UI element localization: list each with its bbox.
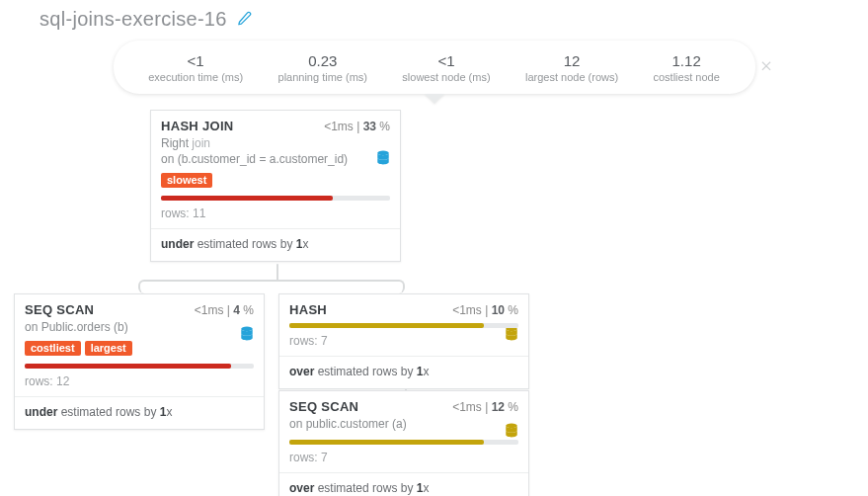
stat-label: slowest node (ms) — [402, 71, 490, 83]
node-name: SEQ SCAN — [289, 399, 358, 414]
page-title-row: sql-joins-exercise-16 — [0, 0, 868, 31]
stat-value: <1 — [148, 52, 243, 69]
node-tags: costliest largest — [25, 341, 254, 356]
stats-bar: <1 execution time (ms) 0.23 planning tim… — [114, 41, 755, 94]
database-icon — [240, 326, 254, 342]
stat-planning-time: 0.23 planning time (ms) — [278, 52, 367, 83]
close-icon[interactable] — [759, 58, 773, 76]
node-metrics: <1ms | 33 % — [324, 120, 390, 133]
progress-bar — [289, 323, 518, 328]
stat-label: execution time (ms) — [148, 71, 243, 83]
database-icon — [505, 326, 518, 342]
stat-value: <1 — [402, 52, 490, 69]
tag-slowest: slowest — [161, 173, 212, 188]
stat-label: costliest node — [654, 71, 720, 83]
node-seq-scan-customer[interactable]: SEQ SCAN <1ms | 12 % on public.customer … — [278, 390, 529, 496]
stat-costliest-node: 1.12 costliest node — [654, 52, 720, 83]
connector-line — [276, 264, 278, 282]
node-tags: slowest — [161, 173, 390, 188]
estimation-text: over estimated rows by 1x — [289, 365, 518, 378]
stat-largest-node: 12 largest node (rows) — [525, 52, 618, 83]
estimation-text: over estimated rows by 1x — [289, 481, 518, 495]
stat-slowest-node: <1 slowest node (ms) — [402, 52, 490, 83]
node-hash-join[interactable]: HASH JOIN <1ms | 33 % Right join on (b.c… — [150, 110, 401, 262]
stat-value: 0.23 — [278, 52, 367, 69]
edit-icon[interactable] — [237, 11, 252, 29]
node-name: SEQ SCAN — [25, 302, 94, 317]
stat-value: 1.12 — [654, 52, 720, 69]
tag-costliest: costliest — [25, 341, 81, 356]
stat-execution-time: <1 execution time (ms) — [148, 52, 243, 83]
progress-bar — [25, 364, 254, 369]
node-name: HASH JOIN — [161, 119, 234, 133]
node-metrics: <1ms | 12 % — [452, 400, 518, 414]
svg-point-0 — [377, 150, 388, 155]
pointer-down-icon — [425, 94, 444, 104]
node-metrics: <1ms | 10 % — [452, 303, 518, 317]
node-seq-scan-orders[interactable]: SEQ SCAN <1ms | 4 % on Public.orders (b)… — [14, 293, 265, 430]
node-name: HASH — [289, 302, 327, 317]
plan-title: sql-joins-exercise-16 — [39, 8, 227, 31]
node-detail: on public.customer (a) — [289, 416, 518, 432]
rows-label: rows: 11 — [161, 207, 390, 220]
node-hash[interactable]: HASH <1ms | 10 % rows: 7 over estimated … — [278, 293, 529, 389]
rows-label: rows: 7 — [289, 451, 518, 464]
svg-point-3 — [506, 423, 516, 428]
node-detail: on Public.orders (b) — [25, 319, 254, 335]
stat-label: planning time (ms) — [278, 71, 367, 83]
stat-label: largest node (rows) — [525, 71, 618, 83]
svg-point-1 — [241, 326, 252, 331]
database-icon — [376, 150, 390, 166]
tag-largest: largest — [85, 341, 132, 356]
stat-value: 12 — [525, 52, 618, 69]
rows-label: rows: 12 — [25, 374, 254, 388]
estimation-text: under estimated rows by 1x — [161, 237, 390, 251]
database-icon — [505, 423, 518, 439]
connector-line — [138, 280, 405, 293]
node-detail: Right join on (b.customer_id = a.custome… — [161, 135, 390, 167]
rows-label: rows: 7 — [289, 334, 518, 348]
estimation-text: under estimated rows by 1x — [25, 405, 254, 419]
progress-bar — [289, 440, 518, 445]
node-metrics: <1ms | 4 % — [195, 303, 254, 317]
progress-bar — [161, 196, 390, 201]
